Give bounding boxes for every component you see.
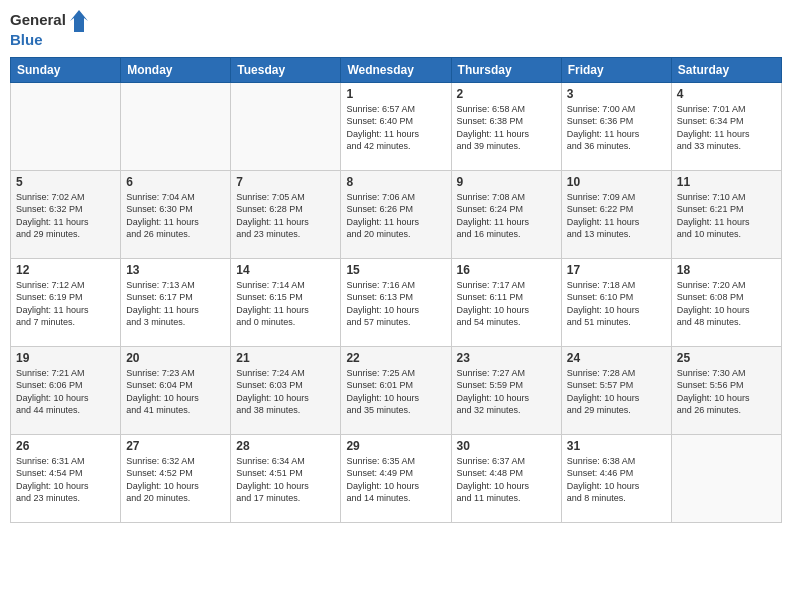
day-cell: 11Sunrise: 7:10 AM Sunset: 6:21 PM Dayli… <box>671 170 781 258</box>
day-cell: 30Sunrise: 6:37 AM Sunset: 4:48 PM Dayli… <box>451 434 561 522</box>
day-cell: 24Sunrise: 7:28 AM Sunset: 5:57 PM Dayli… <box>561 346 671 434</box>
day-cell: 21Sunrise: 7:24 AM Sunset: 6:03 PM Dayli… <box>231 346 341 434</box>
day-number: 23 <box>457 351 556 365</box>
day-info: Sunrise: 6:57 AM Sunset: 6:40 PM Dayligh… <box>346 103 445 153</box>
day-info: Sunrise: 7:04 AM Sunset: 6:30 PM Dayligh… <box>126 191 225 241</box>
day-cell: 5Sunrise: 7:02 AM Sunset: 6:32 PM Daylig… <box>11 170 121 258</box>
day-number: 11 <box>677 175 776 189</box>
logo: General Blue <box>10 10 88 49</box>
day-cell: 1Sunrise: 6:57 AM Sunset: 6:40 PM Daylig… <box>341 82 451 170</box>
day-number: 26 <box>16 439 115 453</box>
day-cell: 9Sunrise: 7:08 AM Sunset: 6:24 PM Daylig… <box>451 170 561 258</box>
weekday-header-row: SundayMondayTuesdayWednesdayThursdayFrid… <box>11 57 782 82</box>
day-number: 31 <box>567 439 666 453</box>
day-cell: 2Sunrise: 6:58 AM Sunset: 6:38 PM Daylig… <box>451 82 561 170</box>
week-row-5: 26Sunrise: 6:31 AM Sunset: 4:54 PM Dayli… <box>11 434 782 522</box>
day-number: 17 <box>567 263 666 277</box>
week-row-4: 19Sunrise: 7:21 AM Sunset: 6:06 PM Dayli… <box>11 346 782 434</box>
svg-marker-0 <box>70 10 88 32</box>
day-number: 4 <box>677 87 776 101</box>
day-info: Sunrise: 7:06 AM Sunset: 6:26 PM Dayligh… <box>346 191 445 241</box>
day-info: Sunrise: 6:37 AM Sunset: 4:48 PM Dayligh… <box>457 455 556 505</box>
day-info: Sunrise: 7:10 AM Sunset: 6:21 PM Dayligh… <box>677 191 776 241</box>
day-number: 13 <box>126 263 225 277</box>
day-number: 3 <box>567 87 666 101</box>
day-cell: 13Sunrise: 7:13 AM Sunset: 6:17 PM Dayli… <box>121 258 231 346</box>
day-number: 22 <box>346 351 445 365</box>
day-info: Sunrise: 7:27 AM Sunset: 5:59 PM Dayligh… <box>457 367 556 417</box>
day-number: 24 <box>567 351 666 365</box>
day-cell: 18Sunrise: 7:20 AM Sunset: 6:08 PM Dayli… <box>671 258 781 346</box>
day-info: Sunrise: 7:20 AM Sunset: 6:08 PM Dayligh… <box>677 279 776 329</box>
day-cell: 29Sunrise: 6:35 AM Sunset: 4:49 PM Dayli… <box>341 434 451 522</box>
weekday-header-tuesday: Tuesday <box>231 57 341 82</box>
day-cell <box>121 82 231 170</box>
day-info: Sunrise: 7:01 AM Sunset: 6:34 PM Dayligh… <box>677 103 776 153</box>
day-info: Sunrise: 7:24 AM Sunset: 6:03 PM Dayligh… <box>236 367 335 417</box>
weekday-header-friday: Friday <box>561 57 671 82</box>
day-info: Sunrise: 7:23 AM Sunset: 6:04 PM Dayligh… <box>126 367 225 417</box>
day-cell: 4Sunrise: 7:01 AM Sunset: 6:34 PM Daylig… <box>671 82 781 170</box>
week-row-3: 12Sunrise: 7:12 AM Sunset: 6:19 PM Dayli… <box>11 258 782 346</box>
day-cell: 26Sunrise: 6:31 AM Sunset: 4:54 PM Dayli… <box>11 434 121 522</box>
calendar-table: SundayMondayTuesdayWednesdayThursdayFrid… <box>10 57 782 523</box>
day-number: 15 <box>346 263 445 277</box>
day-info: Sunrise: 7:09 AM Sunset: 6:22 PM Dayligh… <box>567 191 666 241</box>
day-info: Sunrise: 7:00 AM Sunset: 6:36 PM Dayligh… <box>567 103 666 153</box>
day-info: Sunrise: 7:30 AM Sunset: 5:56 PM Dayligh… <box>677 367 776 417</box>
day-cell: 23Sunrise: 7:27 AM Sunset: 5:59 PM Dayli… <box>451 346 561 434</box>
day-cell: 14Sunrise: 7:14 AM Sunset: 6:15 PM Dayli… <box>231 258 341 346</box>
day-cell <box>231 82 341 170</box>
day-number: 19 <box>16 351 115 365</box>
day-number: 27 <box>126 439 225 453</box>
day-number: 1 <box>346 87 445 101</box>
day-info: Sunrise: 7:18 AM Sunset: 6:10 PM Dayligh… <box>567 279 666 329</box>
day-number: 5 <box>16 175 115 189</box>
day-cell: 22Sunrise: 7:25 AM Sunset: 6:01 PM Dayli… <box>341 346 451 434</box>
day-number: 25 <box>677 351 776 365</box>
day-number: 8 <box>346 175 445 189</box>
day-info: Sunrise: 6:34 AM Sunset: 4:51 PM Dayligh… <box>236 455 335 505</box>
day-number: 2 <box>457 87 556 101</box>
header: General Blue <box>10 10 782 49</box>
day-number: 6 <box>126 175 225 189</box>
day-info: Sunrise: 6:32 AM Sunset: 4:52 PM Dayligh… <box>126 455 225 505</box>
week-row-1: 1Sunrise: 6:57 AM Sunset: 6:40 PM Daylig… <box>11 82 782 170</box>
day-number: 21 <box>236 351 335 365</box>
day-number: 12 <box>16 263 115 277</box>
day-info: Sunrise: 7:14 AM Sunset: 6:15 PM Dayligh… <box>236 279 335 329</box>
day-info: Sunrise: 7:17 AM Sunset: 6:11 PM Dayligh… <box>457 279 556 329</box>
day-cell: 16Sunrise: 7:17 AM Sunset: 6:11 PM Dayli… <box>451 258 561 346</box>
day-number: 14 <box>236 263 335 277</box>
weekday-header-wednesday: Wednesday <box>341 57 451 82</box>
day-info: Sunrise: 7:05 AM Sunset: 6:28 PM Dayligh… <box>236 191 335 241</box>
day-number: 20 <box>126 351 225 365</box>
weekday-header-saturday: Saturday <box>671 57 781 82</box>
day-cell: 28Sunrise: 6:34 AM Sunset: 4:51 PM Dayli… <box>231 434 341 522</box>
day-info: Sunrise: 7:28 AM Sunset: 5:57 PM Dayligh… <box>567 367 666 417</box>
day-info: Sunrise: 7:16 AM Sunset: 6:13 PM Dayligh… <box>346 279 445 329</box>
day-info: Sunrise: 7:12 AM Sunset: 6:19 PM Dayligh… <box>16 279 115 329</box>
week-row-2: 5Sunrise: 7:02 AM Sunset: 6:32 PM Daylig… <box>11 170 782 258</box>
day-cell: 12Sunrise: 7:12 AM Sunset: 6:19 PM Dayli… <box>11 258 121 346</box>
weekday-header-thursday: Thursday <box>451 57 561 82</box>
logo-text: General Blue <box>10 10 88 49</box>
calendar-page: General Blue SundayMondayTuesdayWednesda… <box>0 0 792 612</box>
day-cell: 10Sunrise: 7:09 AM Sunset: 6:22 PM Dayli… <box>561 170 671 258</box>
day-info: Sunrise: 7:02 AM Sunset: 6:32 PM Dayligh… <box>16 191 115 241</box>
day-info: Sunrise: 6:35 AM Sunset: 4:49 PM Dayligh… <box>346 455 445 505</box>
day-cell: 27Sunrise: 6:32 AM Sunset: 4:52 PM Dayli… <box>121 434 231 522</box>
day-cell: 17Sunrise: 7:18 AM Sunset: 6:10 PM Dayli… <box>561 258 671 346</box>
day-number: 16 <box>457 263 556 277</box>
day-number: 9 <box>457 175 556 189</box>
day-cell: 31Sunrise: 6:38 AM Sunset: 4:46 PM Dayli… <box>561 434 671 522</box>
day-cell: 3Sunrise: 7:00 AM Sunset: 6:36 PM Daylig… <box>561 82 671 170</box>
weekday-header-sunday: Sunday <box>11 57 121 82</box>
day-number: 29 <box>346 439 445 453</box>
day-cell <box>11 82 121 170</box>
day-info: Sunrise: 7:13 AM Sunset: 6:17 PM Dayligh… <box>126 279 225 329</box>
day-cell: 7Sunrise: 7:05 AM Sunset: 6:28 PM Daylig… <box>231 170 341 258</box>
day-cell: 20Sunrise: 7:23 AM Sunset: 6:04 PM Dayli… <box>121 346 231 434</box>
day-cell: 15Sunrise: 7:16 AM Sunset: 6:13 PM Dayli… <box>341 258 451 346</box>
day-number: 30 <box>457 439 556 453</box>
